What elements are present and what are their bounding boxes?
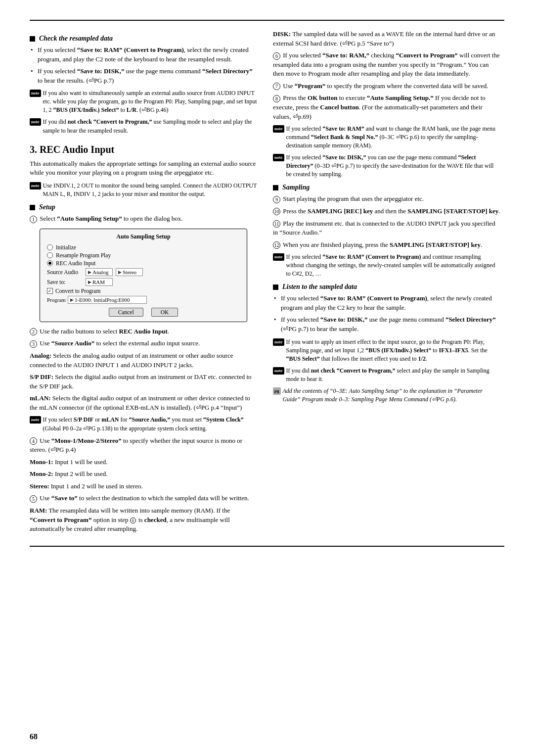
- check-resampled-bullets: If you selected “Save to: RAM” (Convert …: [30, 46, 257, 85]
- note-text: If you want to apply an insert effect to…: [286, 338, 501, 363]
- step8: 8 Press the OK button to execute “Auto S…: [273, 94, 500, 121]
- note-box-indiv: note Use INDIV.1, 2 OUT to monitor the s…: [30, 182, 257, 198]
- top-rule: [30, 20, 504, 21]
- step12: 12 When you are finished playing, press …: [273, 240, 500, 250]
- note-label: note: [273, 154, 284, 161]
- note-label: note: [273, 338, 284, 346]
- left-column: Check the resampled data If you selected…: [30, 30, 257, 537]
- listen-title: Listen to the sampled data: [282, 283, 357, 291]
- setup-title: Setup: [39, 203, 55, 211]
- source-audio-mode-value: Stereo: [123, 269, 136, 275]
- step-num-11: 11: [273, 220, 280, 228]
- save-to-label: Save to:: [47, 279, 83, 285]
- source-audio-mode-select[interactable]: ▶ Stereo: [116, 268, 143, 276]
- note-box-ram-bank: note If you selected “Save to: RAM” and …: [273, 125, 500, 150]
- note-box-no-convert: note If you did not check “Convert to Pr…: [30, 118, 257, 135]
- save-to-select[interactable]: ▶ RAM: [86, 278, 113, 286]
- step-num-3: 3: [30, 340, 37, 348]
- dialog-program-row: Program ▶ 1-E000: InitialProg:E000: [47, 296, 240, 304]
- convert-checkbox[interactable]: ✓: [47, 288, 53, 294]
- listen-section: Listen to the sampled data If you select…: [273, 283, 500, 404]
- step-num-7: 7: [273, 83, 280, 90]
- select-arrow-icon: ▶: [70, 297, 74, 302]
- ram-desc: RAM: The resampled data will be written …: [30, 506, 257, 534]
- heading-square-icon: [273, 284, 278, 290]
- radio-resample[interactable]: [47, 252, 53, 258]
- step-num-4: 4: [30, 437, 37, 445]
- source-audio-label: Source Audio: [47, 269, 83, 275]
- program-label: Program: [47, 297, 66, 303]
- note-label: note: [30, 416, 41, 424]
- listen-heading: Listen to the sampled data: [273, 283, 500, 291]
- note-text: If you also want to simultaneously sampl…: [43, 89, 258, 114]
- dialog-title: Auto Sampling Setup: [47, 233, 240, 240]
- note-text: If you selected “Save to: RAM” and want …: [286, 125, 501, 150]
- note-text: If you did not check “Convert to Program…: [286, 367, 501, 383]
- step6: 6 If you selected “Save to: RAM,” checki…: [273, 51, 500, 79]
- bullet-item: If you selected “Save to: DISK,” use the…: [30, 67, 257, 86]
- heading-square-icon: [30, 205, 35, 210]
- dialog-option-label: Initialize: [56, 244, 76, 250]
- note-text: If you selected “Save to: RAM” (Convert …: [286, 253, 501, 278]
- note-label: note: [273, 253, 284, 261]
- step2: 2 Use the radio buttons to select REC Au…: [30, 327, 257, 336]
- step-num-6: 6: [273, 52, 280, 60]
- right-column: DISK: The sampled data will be saved as …: [273, 30, 500, 537]
- cancel-button[interactable]: Cancel: [109, 308, 143, 317]
- ok-button[interactable]: OK: [151, 308, 178, 317]
- step7: 7 Use “Program” to specify the program w…: [273, 82, 500, 91]
- note-text: If you select S/P DIF or mLAN for “Sourc…: [43, 416, 258, 432]
- dialog-save-to-row: Save to: ▶ RAM: [47, 278, 240, 286]
- note-box-no-convert2: note If you did not check “Convert to Pr…: [273, 367, 500, 383]
- radio-initialize[interactable]: [47, 244, 53, 250]
- note-box-auto-assign: note If you selected “Save to: RAM” (Con…: [273, 253, 500, 278]
- mono2-desc: Mono-2: Input 2 will be used.: [30, 470, 257, 479]
- radio-rec-selected[interactable]: [47, 260, 53, 266]
- sampling-heading: Sampling: [273, 184, 500, 191]
- step-num-10: 10: [273, 208, 280, 215]
- bullet-item: If you selected “Save to: RAM” (Convert …: [30, 46, 257, 64]
- note-text: Add the contents of “0–3E: Auto Sampling…: [283, 387, 500, 404]
- program-value: 1-E000: InitialProg:E000: [75, 297, 130, 303]
- bullet-item: If you selected “Save to: RAM” (Convert …: [273, 294, 500, 313]
- stereo-desc: Stereo: Input 1 and 2 will be used in st…: [30, 482, 257, 491]
- step11: 11 Play the instrument etc. that is conn…: [273, 219, 500, 237]
- mono1-desc: Mono-1: Input 1 will be used.: [30, 458, 257, 467]
- convert-to-program-row: ✓ Convert to Program: [47, 288, 240, 294]
- note-box-disk-dir: note If you selected “Save to: DISK,” yo…: [273, 153, 500, 179]
- check-resampled-title: Check the resampled data: [39, 35, 113, 43]
- heading-square-icon: [273, 185, 278, 190]
- select-arrow-icon: ▶: [118, 270, 122, 275]
- note-text: Use INDIV.1, 2 OUT to monitor the sound …: [43, 182, 258, 198]
- note-label: note: [273, 367, 284, 375]
- sampling-section: Sampling 9 Start playing the program tha…: [273, 184, 500, 278]
- listen-bullets: If you selected “Save to: RAM” (Convert …: [273, 294, 500, 333]
- bullet-item: If you selected “Save to: DISK,” use the…: [273, 315, 500, 334]
- dialog-option-rec: REC Audio Input: [47, 260, 240, 266]
- step-ref-6: 6: [130, 518, 136, 523]
- page-number: 68: [30, 732, 38, 741]
- step9: 9 Start playing the program that uses th…: [273, 194, 500, 204]
- source-audio-value: Analog: [92, 269, 108, 275]
- convert-to-program-label: Convert to Program: [55, 288, 100, 294]
- step-num-1: 1: [30, 216, 37, 223]
- disk-desc: DISK: The sampled data will be saved as …: [273, 30, 500, 48]
- step-num-5: 5: [30, 495, 37, 503]
- step5: 5 Use “Save to” to select the destinatio…: [30, 494, 257, 503]
- select-arrow-icon: ▶: [88, 270, 91, 275]
- dialog-source-audio-row: Source Audio ▶ Analog ▶ Stereo: [47, 268, 240, 276]
- dialog-option-label: Resample Program Play: [56, 252, 111, 258]
- dialog-option-initialize: Initialize: [47, 244, 240, 250]
- spdif-desc: S/P DIF: Selects the digital audio outpu…: [30, 373, 257, 391]
- step-num-8: 8: [273, 95, 280, 102]
- note-box-spdif: note If you select S/P DIF or mLAN for “…: [30, 416, 257, 432]
- program-select[interactable]: ▶ 1-E000: InitialProg:E000: [68, 296, 147, 304]
- step-num-12: 12: [273, 241, 280, 249]
- dialog-option-resample: Resample Program Play: [47, 252, 240, 258]
- note-box-insert-fx: note If you want to apply an insert effe…: [273, 338, 500, 363]
- note-box-pg: pg Add the contents of “0–3E: Auto Sampl…: [273, 387, 500, 404]
- source-audio-select[interactable]: ▶ Analog: [86, 268, 113, 276]
- sampling-title: Sampling: [282, 184, 310, 191]
- auto-sampling-dialog: Auto Sampling Setup Initialize Resample …: [40, 229, 247, 322]
- page: Check the resampled data If you selected…: [0, 0, 534, 756]
